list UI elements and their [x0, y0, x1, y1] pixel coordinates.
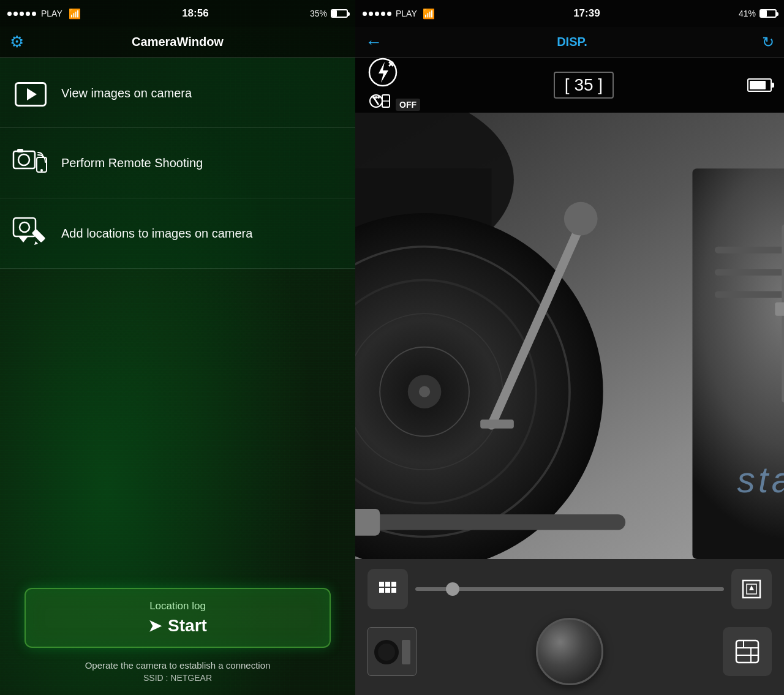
- svg-point-55: [378, 644, 395, 661]
- start-arrow-icon: ➤: [148, 617, 162, 636]
- svg-rect-39: [775, 302, 784, 316]
- back-button[interactable]: ←: [365, 32, 382, 52]
- battery-group: 35%: [310, 9, 348, 18]
- frame-button[interactable]: [731, 569, 772, 609]
- battery-fill-right: [761, 10, 767, 17]
- r-signal-4: [381, 12, 385, 16]
- menu-label-add-locations: Add locations to images on camera: [61, 225, 252, 241]
- svg-rect-57: [736, 641, 758, 663]
- svg-point-1: [18, 154, 29, 165]
- svg-marker-6: [18, 236, 28, 242]
- off-group: OFF: [368, 91, 420, 113]
- signal-dot-4: [26, 12, 30, 16]
- turntable-scene: stanton: [355, 113, 784, 559]
- settings-button[interactable]: ⚙: [10, 32, 24, 51]
- camera-icons-left: OFF: [368, 57, 420, 113]
- bottom-controls: [355, 559, 784, 695]
- location-log-button[interactable]: Location log ➤ Start: [24, 588, 331, 648]
- bottom-status: Operate the camera to establish a connec…: [0, 660, 355, 695]
- r-signal-5: [387, 12, 391, 16]
- menu-item-remote-shooting[interactable]: Perform Remote Shooting: [0, 128, 355, 198]
- svg-rect-48: [385, 588, 390, 593]
- location-log-start: ➤ Start: [148, 616, 207, 636]
- svg-rect-42: [355, 509, 380, 536]
- camera-battery-icon: [747, 78, 772, 92]
- battery-fill: [332, 10, 337, 17]
- carrier-name-right: PLAY: [396, 9, 417, 18]
- menu-label-view-images: View images on camera: [61, 85, 192, 101]
- exposure-slider-track[interactable]: [415, 587, 724, 591]
- svg-rect-5: [13, 218, 36, 236]
- shutter-button[interactable]: [536, 618, 603, 685]
- menu-item-add-locations[interactable]: Add locations to images on camera: [0, 198, 355, 269]
- signal-dot-2: [13, 12, 18, 16]
- svg-rect-35: [715, 247, 784, 254]
- thumbnail-image: [368, 628, 416, 675]
- svg-rect-45: [385, 582, 390, 587]
- svg-point-18: [377, 96, 380, 99]
- app-title: CameraWindow: [132, 35, 224, 49]
- time-display-right: 17:39: [573, 7, 600, 20]
- carrier-name: PLAY: [41, 9, 62, 18]
- svg-rect-46: [391, 582, 396, 587]
- svg-point-7: [20, 222, 29, 232]
- bottom-row-2: [368, 618, 772, 685]
- carrier-signal-group: PLAY 📶: [7, 8, 81, 20]
- signal-dot-1: [7, 12, 12, 16]
- camera-settings-button[interactable]: [723, 627, 772, 676]
- time-display: 18:56: [182, 7, 208, 20]
- grid-view-button[interactable]: [368, 569, 408, 609]
- middle-space: [0, 269, 355, 588]
- svg-rect-36: [715, 269, 784, 276]
- play-icon: [12, 80, 49, 107]
- left-panel: PLAY 📶 18:56 35% ⚙ CameraWindow View ima…: [0, 0, 355, 695]
- wifi-icon-right: 📶: [423, 8, 435, 20]
- svg-point-16: [372, 96, 375, 99]
- viewfinder: stanton: [355, 113, 784, 559]
- right-panel: PLAY 📶 17:39 41% ← DISP. ↻: [355, 0, 784, 695]
- refresh-button[interactable]: ↻: [762, 34, 774, 51]
- svg-rect-49: [391, 588, 396, 593]
- wifi-icon: 📶: [69, 8, 81, 20]
- svg-marker-52: [749, 585, 754, 590]
- svg-point-17: [375, 96, 377, 99]
- r-signal-1: [363, 12, 367, 16]
- signal-dots: [7, 12, 36, 16]
- battery-percentage: 35%: [310, 9, 327, 18]
- svg-rect-47: [379, 588, 384, 593]
- menu-item-view-images[interactable]: View images on camera: [0, 58, 355, 128]
- app-header-right: ← DISP. ↻: [355, 27, 784, 58]
- svg-point-30: [419, 386, 430, 397]
- r-signal-2: [369, 12, 373, 16]
- svg-rect-34: [692, 168, 784, 559]
- menu-label-remote-shooting: Perform Remote Shooting: [61, 155, 203, 171]
- svg-point-32: [564, 202, 598, 236]
- camera-battery-fill: [750, 81, 766, 89]
- exposure-slider-thumb[interactable]: [446, 582, 459, 596]
- ssid-text: SSID : NETGEAR: [0, 673, 355, 683]
- flash-icon[interactable]: [368, 57, 398, 88]
- svg-rect-44: [379, 582, 384, 587]
- battery-icon-right: [760, 9, 777, 18]
- signal-dot-3: [20, 12, 24, 16]
- disp-button[interactable]: DISP.: [557, 35, 587, 49]
- svg-marker-11: [379, 62, 388, 83]
- svg-rect-37: [715, 291, 784, 298]
- camera-phone-icon: [12, 145, 49, 181]
- location-log-area: Location log ➤ Start: [0, 588, 355, 648]
- carrier-group-right: PLAY 📶: [363, 8, 435, 20]
- status-bar-left: PLAY 📶 18:56 35%: [0, 0, 355, 27]
- last-photo-thumbnail[interactable]: [368, 627, 417, 676]
- signal-dot-5: [32, 12, 36, 16]
- svg-rect-2: [17, 149, 23, 152]
- location-tag-icon: [12, 216, 49, 252]
- start-text: Start: [168, 616, 207, 636]
- location-log-label: Location log: [149, 600, 206, 612]
- battery-group-right: 41%: [739, 9, 777, 18]
- svg-rect-41: [355, 514, 625, 530]
- r-signal-3: [375, 12, 379, 16]
- svg-point-4: [40, 169, 43, 171]
- status-bar-right: PLAY 📶 17:39 41%: [355, 0, 784, 27]
- app-header-left: ⚙ CameraWindow: [0, 27, 355, 58]
- svg-text:stanton: stanton: [737, 460, 784, 500]
